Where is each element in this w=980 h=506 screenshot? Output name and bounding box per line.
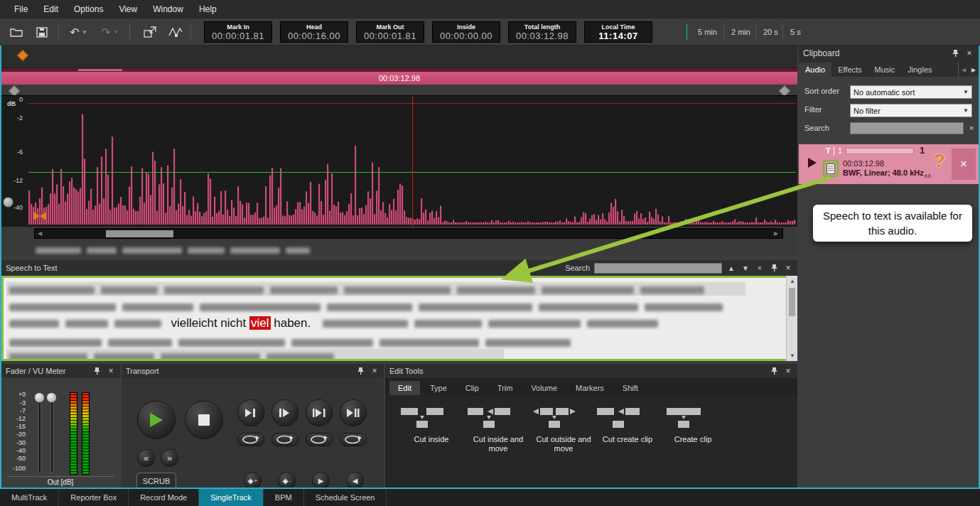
play-button[interactable] [137, 401, 176, 439]
toolbar-separator [686, 24, 687, 40]
tab-shift[interactable]: Shift [614, 381, 647, 395]
filter-select[interactable]: No filter ▼ [850, 104, 972, 117]
playhead-cursor[interactable] [412, 96, 413, 227]
tab-audio[interactable]: Audio [799, 63, 831, 77]
zoom-2min-button[interactable]: 2 min [723, 24, 758, 40]
pin-icon[interactable] [769, 263, 779, 273]
scroll-right-icon[interactable]: ▶ [771, 230, 781, 237]
play-between-marks-button[interactable] [306, 399, 333, 426]
level-knob[interactable] [3, 197, 14, 208]
zoom-20s-button[interactable]: 20 s [755, 24, 785, 40]
rewind-button[interactable]: « [137, 449, 155, 467]
waveform-edit-icon[interactable] [166, 23, 185, 41]
tab-type[interactable]: Type [421, 381, 456, 395]
tab-reporter-box[interactable]: Reporter Box [59, 489, 129, 506]
overview-bar[interactable]: 00:03:12.98 [1, 72, 797, 85]
search-clear-icon[interactable]: × [755, 263, 765, 273]
menu-window[interactable]: Window [146, 1, 190, 17]
pin-icon[interactable] [769, 366, 779, 376]
sort-order-select[interactable]: No automatic sort ▼ [850, 85, 972, 99]
fade-marker-icon[interactable] [33, 211, 47, 221]
clipboard-search-input[interactable] [850, 122, 964, 134]
tab-clip[interactable]: Clip [457, 381, 488, 395]
tab-volume[interactable]: Volume [522, 381, 566, 395]
clipboard-audio-item[interactable]: T 1 1 00:03:12.98 BWF, Linear; 48.0 kHz … [799, 144, 979, 184]
tab-schedule-screen[interactable]: Schedule Screen [304, 489, 387, 506]
search-next-icon[interactable]: ▼ [741, 263, 750, 273]
pin-icon[interactable] [950, 48, 960, 58]
menu-edit[interactable]: Edit [36, 1, 65, 17]
scroll-left-icon[interactable]: ◀ [35, 230, 45, 237]
scrollbar-thumb[interactable] [106, 230, 173, 237]
tab-multitrack[interactable]: MultiTrack [0, 489, 59, 506]
item-remove-button[interactable]: × [952, 149, 976, 180]
stop-button[interactable] [185, 401, 223, 439]
loop-button-2[interactable] [271, 433, 298, 446]
tab-effects[interactable]: Effects [831, 63, 868, 77]
cut-create-clip-button[interactable]: Cut create clip [596, 405, 659, 479]
close-panel-icon[interactable]: × [964, 48, 974, 58]
time-display-local-time: Local Time 11:14:07 [584, 21, 652, 43]
open-file-icon[interactable] [7, 23, 26, 41]
zoom-5s-button[interactable]: 5 s [782, 24, 808, 40]
tab-trim[interactable]: Trim [489, 381, 522, 395]
close-panel-icon[interactable]: × [783, 366, 793, 376]
loop-button-1[interactable] [237, 433, 264, 446]
cut-outside-move-button[interactable]: Cut outside and move [532, 405, 596, 479]
import-audio-icon[interactable] [141, 23, 159, 41]
loop-button-3[interactable] [306, 433, 333, 446]
fader-track-left[interactable] [38, 394, 41, 473]
redo-dropdown-icon[interactable]: ▼ [112, 23, 119, 41]
tab-bpm[interactable]: BPM [264, 489, 304, 506]
save-icon[interactable] [33, 23, 51, 41]
close-panel-icon[interactable]: × [106, 366, 116, 376]
fader-knob-left[interactable] [34, 392, 45, 403]
scroll-down-icon[interactable]: ▼ [787, 350, 798, 361]
zoom-5min-button[interactable]: 5 min [691, 24, 724, 40]
marker-diamond-icon[interactable] [17, 50, 29, 62]
tab-jingles[interactable]: Jingles [901, 63, 938, 77]
speech-to-text-available-icon[interactable] [823, 160, 839, 177]
menu-help[interactable]: Help [192, 1, 224, 17]
transcript-area[interactable]: vielleicht nicht viel haben. [1, 276, 797, 361]
undo-dropdown-icon[interactable]: ▼ [81, 23, 88, 41]
tab-singletrack[interactable]: SingleTrack [199, 489, 264, 506]
scrollbar-thumb[interactable] [789, 288, 795, 316]
close-panel-icon[interactable]: × [783, 263, 793, 273]
scrub-button[interactable]: SCRUB [136, 473, 176, 489]
tab-music[interactable]: Music [868, 63, 902, 77]
forward-button[interactable]: » [161, 449, 178, 467]
fader-track-right[interactable] [50, 394, 53, 473]
collapse-chevrons-icon[interactable]: ∧∧ [924, 173, 931, 179]
play-to-mark-button[interactable] [237, 399, 264, 426]
search-prev-icon[interactable]: ▲ [726, 263, 736, 273]
scroll-up-icon[interactable]: ▲ [787, 276, 798, 286]
timeline-ruler[interactable] [1, 45, 797, 68]
cut-inside-button[interactable]: Cut inside [399, 405, 463, 479]
fader-knob-right[interactable] [46, 392, 57, 403]
help-question-icon[interactable]: ? [934, 150, 945, 172]
play-from-mark-button[interactable] [271, 399, 298, 426]
close-panel-icon[interactable]: × [370, 366, 379, 376]
menu-view[interactable]: View [112, 1, 144, 17]
loop-button-4[interactable] [340, 433, 367, 446]
menu-file[interactable]: File [7, 1, 35, 17]
tabs-scroll-right-icon[interactable]: ▶ [969, 63, 979, 77]
cut-inside-move-button[interactable]: Cut inside and move [466, 405, 530, 479]
transcript-scrollbar[interactable]: ▲ ▼ [786, 276, 797, 361]
tab-edit[interactable]: Edit [389, 381, 420, 395]
waveform-display[interactable]: dB 0 -2 -6 -12 -40 [1, 95, 797, 227]
tabs-scroll-left-icon[interactable]: ◀ [959, 63, 969, 77]
pin-icon[interactable] [92, 366, 102, 376]
horizontal-scrollbar[interactable]: ◀ ▶ [34, 228, 783, 239]
item-play-icon[interactable] [807, 157, 817, 168]
tab-markers[interactable]: Markers [567, 381, 613, 395]
play-skip-button[interactable] [340, 399, 367, 426]
menu-options[interactable]: Options [67, 1, 110, 17]
create-clip-button[interactable]: Create clip [661, 405, 725, 479]
speech-search-label: Search [565, 264, 590, 272]
speech-search-input[interactable] [594, 263, 722, 274]
pin-icon[interactable] [355, 366, 365, 376]
tab-record-mode[interactable]: Record Mode [129, 489, 199, 506]
clipboard-search-clear-icon[interactable]: × [966, 123, 976, 133]
